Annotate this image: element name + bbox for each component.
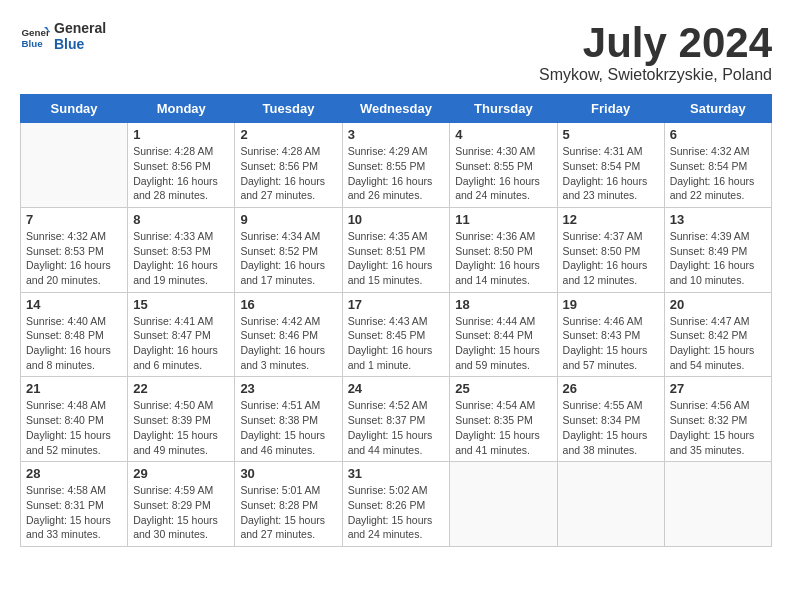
col-header-monday: Monday <box>128 95 235 123</box>
col-header-sunday: Sunday <box>21 95 128 123</box>
day-number: 31 <box>348 466 445 481</box>
cell-content: Sunrise: 4:42 AM Sunset: 8:46 PM Dayligh… <box>240 314 336 373</box>
calendar-cell: 31Sunrise: 5:02 AM Sunset: 8:26 PM Dayli… <box>342 462 450 547</box>
calendar-cell: 22Sunrise: 4:50 AM Sunset: 8:39 PM Dayli… <box>128 377 235 462</box>
cell-content: Sunrise: 4:46 AM Sunset: 8:43 PM Dayligh… <box>563 314 659 373</box>
day-number: 21 <box>26 381 122 396</box>
calendar-cell: 23Sunrise: 4:51 AM Sunset: 8:38 PM Dayli… <box>235 377 342 462</box>
day-number: 9 <box>240 212 336 227</box>
calendar-week-row: 1Sunrise: 4:28 AM Sunset: 8:56 PM Daylig… <box>21 123 772 208</box>
cell-content: Sunrise: 4:37 AM Sunset: 8:50 PM Dayligh… <box>563 229 659 288</box>
cell-content: Sunrise: 4:58 AM Sunset: 8:31 PM Dayligh… <box>26 483 122 542</box>
calendar-cell: 17Sunrise: 4:43 AM Sunset: 8:45 PM Dayli… <box>342 292 450 377</box>
calendar-cell: 30Sunrise: 5:01 AM Sunset: 8:28 PM Dayli… <box>235 462 342 547</box>
calendar-cell: 20Sunrise: 4:47 AM Sunset: 8:42 PM Dayli… <box>664 292 771 377</box>
day-number: 18 <box>455 297 551 312</box>
location-subtitle: Smykow, Swietokrzyskie, Poland <box>539 66 772 84</box>
col-header-tuesday: Tuesday <box>235 95 342 123</box>
calendar-table: SundayMondayTuesdayWednesdayThursdayFrid… <box>20 94 772 547</box>
logo: General Blue General Blue <box>20 20 106 52</box>
day-number: 24 <box>348 381 445 396</box>
col-header-wednesday: Wednesday <box>342 95 450 123</box>
day-number: 13 <box>670 212 766 227</box>
month-year-title: July 2024 <box>539 20 772 66</box>
calendar-header-row: SundayMondayTuesdayWednesdayThursdayFrid… <box>21 95 772 123</box>
svg-text:Blue: Blue <box>22 38 44 49</box>
cell-content: Sunrise: 4:40 AM Sunset: 8:48 PM Dayligh… <box>26 314 122 373</box>
day-number: 6 <box>670 127 766 142</box>
day-number: 16 <box>240 297 336 312</box>
calendar-cell: 10Sunrise: 4:35 AM Sunset: 8:51 PM Dayli… <box>342 207 450 292</box>
calendar-cell: 3Sunrise: 4:29 AM Sunset: 8:55 PM Daylig… <box>342 123 450 208</box>
col-header-friday: Friday <box>557 95 664 123</box>
day-number: 28 <box>26 466 122 481</box>
cell-content: Sunrise: 4:56 AM Sunset: 8:32 PM Dayligh… <box>670 398 766 457</box>
calendar-week-row: 21Sunrise: 4:48 AM Sunset: 8:40 PM Dayli… <box>21 377 772 462</box>
calendar-cell: 27Sunrise: 4:56 AM Sunset: 8:32 PM Dayli… <box>664 377 771 462</box>
calendar-cell: 26Sunrise: 4:55 AM Sunset: 8:34 PM Dayli… <box>557 377 664 462</box>
calendar-cell: 11Sunrise: 4:36 AM Sunset: 8:50 PM Dayli… <box>450 207 557 292</box>
day-number: 22 <box>133 381 229 396</box>
calendar-cell: 5Sunrise: 4:31 AM Sunset: 8:54 PM Daylig… <box>557 123 664 208</box>
col-header-thursday: Thursday <box>450 95 557 123</box>
day-number: 5 <box>563 127 659 142</box>
day-number: 19 <box>563 297 659 312</box>
calendar-cell: 9Sunrise: 4:34 AM Sunset: 8:52 PM Daylig… <box>235 207 342 292</box>
cell-content: Sunrise: 4:48 AM Sunset: 8:40 PM Dayligh… <box>26 398 122 457</box>
calendar-cell: 25Sunrise: 4:54 AM Sunset: 8:35 PM Dayli… <box>450 377 557 462</box>
day-number: 15 <box>133 297 229 312</box>
calendar-cell: 12Sunrise: 4:37 AM Sunset: 8:50 PM Dayli… <box>557 207 664 292</box>
calendar-cell <box>664 462 771 547</box>
cell-content: Sunrise: 4:29 AM Sunset: 8:55 PM Dayligh… <box>348 144 445 203</box>
day-number: 4 <box>455 127 551 142</box>
calendar-cell: 14Sunrise: 4:40 AM Sunset: 8:48 PM Dayli… <box>21 292 128 377</box>
calendar-cell: 24Sunrise: 4:52 AM Sunset: 8:37 PM Dayli… <box>342 377 450 462</box>
cell-content: Sunrise: 4:39 AM Sunset: 8:49 PM Dayligh… <box>670 229 766 288</box>
day-number: 11 <box>455 212 551 227</box>
cell-content: Sunrise: 5:02 AM Sunset: 8:26 PM Dayligh… <box>348 483 445 542</box>
logo-general-text: General <box>54 20 106 36</box>
col-header-saturday: Saturday <box>664 95 771 123</box>
day-number: 25 <box>455 381 551 396</box>
title-section: July 2024 Smykow, Swietokrzyskie, Poland <box>539 20 772 84</box>
calendar-week-row: 14Sunrise: 4:40 AM Sunset: 8:48 PM Dayli… <box>21 292 772 377</box>
logo-blue-text: Blue <box>54 36 106 52</box>
day-number: 14 <box>26 297 122 312</box>
day-number: 29 <box>133 466 229 481</box>
page-header: General Blue General Blue July 2024 Smyk… <box>20 20 772 84</box>
logo-icon: General Blue <box>20 21 50 51</box>
calendar-cell: 15Sunrise: 4:41 AM Sunset: 8:47 PM Dayli… <box>128 292 235 377</box>
cell-content: Sunrise: 4:59 AM Sunset: 8:29 PM Dayligh… <box>133 483 229 542</box>
cell-content: Sunrise: 4:32 AM Sunset: 8:53 PM Dayligh… <box>26 229 122 288</box>
calendar-cell: 29Sunrise: 4:59 AM Sunset: 8:29 PM Dayli… <box>128 462 235 547</box>
day-number: 20 <box>670 297 766 312</box>
day-number: 23 <box>240 381 336 396</box>
cell-content: Sunrise: 4:28 AM Sunset: 8:56 PM Dayligh… <box>133 144 229 203</box>
day-number: 7 <box>26 212 122 227</box>
day-number: 1 <box>133 127 229 142</box>
cell-content: Sunrise: 4:51 AM Sunset: 8:38 PM Dayligh… <box>240 398 336 457</box>
calendar-cell: 16Sunrise: 4:42 AM Sunset: 8:46 PM Dayli… <box>235 292 342 377</box>
cell-content: Sunrise: 4:44 AM Sunset: 8:44 PM Dayligh… <box>455 314 551 373</box>
calendar-cell <box>450 462 557 547</box>
cell-content: Sunrise: 4:32 AM Sunset: 8:54 PM Dayligh… <box>670 144 766 203</box>
calendar-cell: 2Sunrise: 4:28 AM Sunset: 8:56 PM Daylig… <box>235 123 342 208</box>
day-number: 26 <box>563 381 659 396</box>
cell-content: Sunrise: 4:35 AM Sunset: 8:51 PM Dayligh… <box>348 229 445 288</box>
cell-content: Sunrise: 4:54 AM Sunset: 8:35 PM Dayligh… <box>455 398 551 457</box>
calendar-cell: 21Sunrise: 4:48 AM Sunset: 8:40 PM Dayli… <box>21 377 128 462</box>
cell-content: Sunrise: 4:50 AM Sunset: 8:39 PM Dayligh… <box>133 398 229 457</box>
cell-content: Sunrise: 4:36 AM Sunset: 8:50 PM Dayligh… <box>455 229 551 288</box>
day-number: 27 <box>670 381 766 396</box>
cell-content: Sunrise: 4:28 AM Sunset: 8:56 PM Dayligh… <box>240 144 336 203</box>
day-number: 2 <box>240 127 336 142</box>
cell-content: Sunrise: 4:55 AM Sunset: 8:34 PM Dayligh… <box>563 398 659 457</box>
day-number: 12 <box>563 212 659 227</box>
cell-content: Sunrise: 4:52 AM Sunset: 8:37 PM Dayligh… <box>348 398 445 457</box>
calendar-cell: 19Sunrise: 4:46 AM Sunset: 8:43 PM Dayli… <box>557 292 664 377</box>
cell-content: Sunrise: 4:43 AM Sunset: 8:45 PM Dayligh… <box>348 314 445 373</box>
cell-content: Sunrise: 4:34 AM Sunset: 8:52 PM Dayligh… <box>240 229 336 288</box>
calendar-cell: 28Sunrise: 4:58 AM Sunset: 8:31 PM Dayli… <box>21 462 128 547</box>
day-number: 30 <box>240 466 336 481</box>
calendar-cell <box>21 123 128 208</box>
